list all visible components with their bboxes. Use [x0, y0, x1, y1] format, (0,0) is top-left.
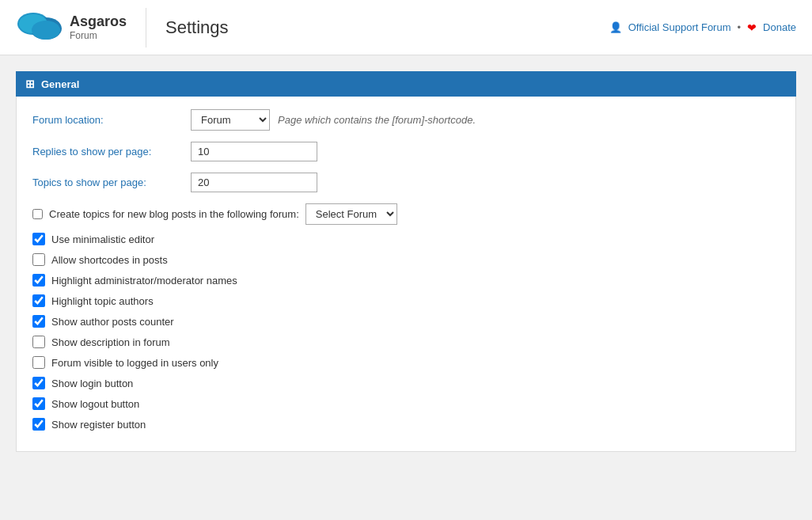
checkbox-label-allow_shortcodes: Allow shortcodes in posts	[51, 254, 168, 266]
blog-posts-checkbox[interactable]	[32, 209, 43, 219]
checkbox-row: Highlight administrator/moderator names	[32, 274, 780, 287]
select-forum-dropdown[interactable]: Select Forum	[305, 203, 397, 225]
donate-link[interactable]: Donate	[763, 21, 796, 33]
checkbox-label-minimalistic_editor: Use minimalistic editor	[51, 233, 154, 245]
blog-post-row: Create topics for new blog posts in the …	[32, 203, 780, 225]
separator: •	[738, 21, 742, 33]
section-header: ⊞ General	[16, 71, 796, 97]
forum-location-hint: Page which contains the [forum]-shortcod…	[278, 114, 476, 126]
checkbox-show_login[interactable]	[32, 377, 45, 389]
blog-posts-label: Create topics for new blog posts in the …	[49, 208, 299, 220]
checkbox-highlight_authors[interactable]	[32, 294, 45, 307]
heart-icon: ❤	[747, 21, 757, 34]
checkbox-label-highlight_authors: Highlight topic authors	[51, 295, 154, 307]
checkbox-row: Show register button	[32, 418, 780, 431]
header-links: 👤 Official Support Forum • ❤ Donate	[609, 21, 796, 34]
section-body: Forum location: Forum Page which contain…	[16, 97, 796, 452]
support-forum-link[interactable]: Official Support Forum	[628, 21, 731, 33]
replies-per-page-label: Replies to show per page:	[32, 146, 191, 158]
checkbox-row: Show author posts counter	[32, 315, 780, 328]
topics-per-page-label: Topics to show per page:	[32, 176, 191, 188]
logo-sub: Forum	[70, 30, 127, 41]
checkboxes-container: Use minimalistic editorAllow shortcodes …	[32, 233, 780, 431]
checkbox-author_posts_counter[interactable]	[32, 315, 45, 328]
section-title: General	[41, 78, 79, 90]
checkbox-logged_in_only[interactable]	[32, 356, 45, 369]
forum-location-select[interactable]: Forum	[191, 109, 270, 131]
checkbox-row: Highlight topic authors	[32, 294, 780, 307]
main-content: ⊞ General Forum location: Forum Page whi…	[0, 55, 812, 468]
logo-area: Asgaros Forum	[16, 8, 146, 47]
checkbox-row: Use minimalistic editor	[32, 233, 780, 245]
topics-per-page-row: Topics to show per page:	[32, 173, 780, 192]
forum-location-label: Forum location:	[32, 114, 191, 126]
checkbox-label-author_posts_counter: Show author posts counter	[51, 316, 174, 328]
checkbox-show_description[interactable]	[32, 336, 45, 348]
checkbox-highlight_admin[interactable]	[32, 274, 45, 287]
checkbox-row: Show description in forum	[32, 336, 780, 348]
checkbox-row: Forum visible to logged in users only	[32, 356, 780, 369]
checkbox-show_register[interactable]	[32, 418, 45, 431]
checkbox-label-show_description: Show description in forum	[51, 336, 170, 348]
checkbox-label-show_logout: Show logout button	[51, 398, 139, 410]
checkbox-row: Show logout button	[32, 397, 780, 410]
logo-name: Asgaros	[70, 13, 127, 30]
page-header: Asgaros Forum Settings 👤 Official Suppor…	[0, 0, 812, 55]
checkbox-row: Show login button	[32, 377, 780, 389]
page-title: Settings	[165, 17, 609, 38]
checkbox-label-logged_in_only: Forum visible to logged in users only	[51, 357, 218, 369]
checkbox-minimalistic_editor[interactable]	[32, 233, 45, 245]
forum-location-row: Forum location: Forum Page which contain…	[32, 109, 780, 131]
topics-per-page-input[interactable]	[191, 173, 317, 192]
checkbox-label-highlight_admin: Highlight administrator/moderator names	[51, 275, 237, 287]
replies-per-page-input[interactable]	[191, 142, 317, 161]
checkbox-label-show_register: Show register button	[51, 419, 146, 431]
user-icon: 👤	[609, 21, 622, 33]
svg-point-3	[32, 21, 60, 40]
logo-icon	[16, 8, 63, 47]
checkbox-allow_shortcodes[interactable]	[32, 253, 45, 266]
logo-text: Asgaros Forum	[70, 13, 127, 41]
grid-icon: ⊞	[25, 78, 35, 90]
checkbox-row: Allow shortcodes in posts	[32, 253, 780, 266]
checkbox-show_logout[interactable]	[32, 397, 45, 410]
replies-per-page-row: Replies to show per page:	[32, 142, 780, 161]
checkbox-label-show_login: Show login button	[51, 378, 133, 389]
